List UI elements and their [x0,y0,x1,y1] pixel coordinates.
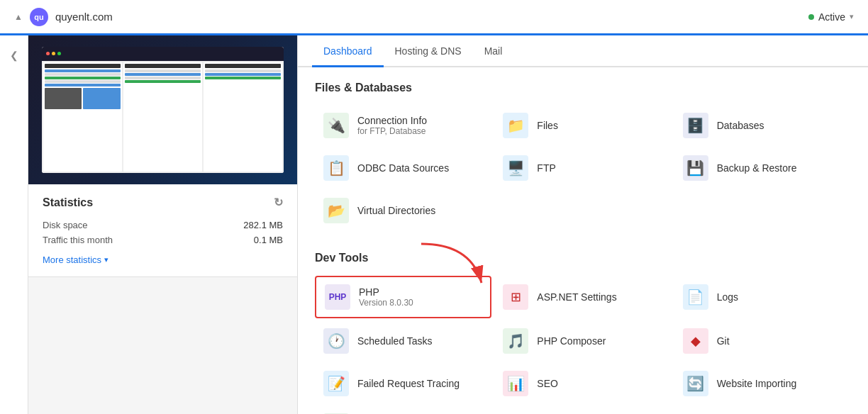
php-composer-text: PHP Composer [537,335,606,347]
website-importing-icon: 🔄 [683,371,708,396]
preview-item-1 [45,69,121,72]
preview-dot-green [57,52,61,55]
connection-info-sub: for FTP, Database [357,126,427,136]
preview-dot-red [46,52,50,55]
disk-space-row: Disk space 282.1 MB [43,218,283,233]
main-container: ❮ [0,35,868,414]
preview-img-1 [45,88,82,109]
files-icon: 📁 [503,113,528,138]
aspnet-icon: ⊞ [503,284,528,310]
preview-item-8 [125,77,201,79]
php-label: PHP [359,286,413,298]
website-importing-item[interactable]: 🔄 Website Importing [674,364,851,403]
php-composer-item[interactable]: 🎵 PHP Composer [494,321,671,361]
virtual-dirs-icon: 📂 [323,198,349,223]
ftp-text: FTP [537,162,555,174]
backup-icon: 💾 [683,155,708,181]
top-bar-left: ▲ qu quyenlt.com [14,8,113,26]
odbc-item[interactable]: 📋 ODBC Data Sources [315,148,491,188]
scheduled-tasks-item[interactable]: 🕐 Scheduled Tasks [315,321,491,361]
files-databases-title: Files & Databases [315,82,851,94]
virtual-dirs-item[interactable]: 📂 Virtual Directories [315,191,491,230]
preview-item-10 [205,69,281,72]
php-sub: Version 8.0.30 [359,298,413,308]
scheduled-tasks-icon: 🕐 [323,328,349,354]
connection-info-item[interactable]: 🔌 Connection Info for FTP, Database [315,106,491,145]
preview-bottom-row-1 [45,88,121,109]
status-chevron-icon[interactable]: ▾ [850,12,854,21]
dev-tools-section: Dev Tools PHP PHP [298,237,868,414]
preview-col-header-2 [125,64,201,68]
php-text: PHP Version 8.0.30 [359,286,413,308]
preview-img-2 [83,88,121,109]
tab-dashboard[interactable]: Dashboard [312,35,384,67]
tab-mail[interactable]: Mail [473,35,514,67]
connection-info-text: Connection Info for FTP, Database [357,115,427,136]
dev-tools-grid: PHP PHP Version 8.0.30 ⊞ ASP.NET Setting… [315,276,851,414]
aspnet-item[interactable]: ⊞ ASP.NET Settings [494,276,671,318]
logs-item[interactable]: 📄 Logs [674,276,851,318]
php-composer-label: PHP Composer [537,335,606,347]
scheduled-tasks-label: Scheduled Tasks [357,335,433,347]
ftp-icon: 🖥️ [503,155,528,181]
connection-info-label: Connection Info [357,115,427,126]
preview-item-4 [45,80,121,83]
more-statistics-link[interactable]: More statistics ▾ [43,254,283,265]
aspnet-label: ASP.NET Settings [537,291,616,303]
tab-hosting-dns[interactable]: Hosting & DNS [384,35,473,67]
sidebar-collapse-icon[interactable]: ❮ [3,43,26,68]
stats-box: Statistics ↻ Disk space 282.1 MB Traffic… [28,184,297,277]
preview-item-5 [45,84,121,86]
php-icon: PHP [325,284,350,310]
top-bar: ▲ qu quyenlt.com Active ▾ [0,0,868,35]
site-name: quyenlt.com [55,11,113,23]
preview-dot-yellow [52,52,55,55]
aspnet-text: ASP.NET Settings [537,291,616,303]
databases-item[interactable]: 🗄️ Databases [674,106,851,145]
more-statistics-chevron-icon: ▾ [104,255,108,264]
backup-text: Backup & Restore [717,162,797,174]
seo-text: SEO [537,378,558,389]
disk-space-label: Disk space [43,220,88,230]
content-panel: Dashboard Hosting & DNS Mail Files & Dat… [298,35,868,414]
backup-item[interactable]: 💾 Backup & Restore [674,148,851,188]
odbc-label: ODBC Data Sources [357,162,449,174]
virtual-dirs-text: Virtual Directories [357,205,435,216]
preview-col-header-3 [205,64,281,68]
git-label: Git [717,335,730,347]
collapse-chevron-icon[interactable]: ▲ [14,12,23,22]
preview-item-6 [125,69,201,72]
create-site-item[interactable]: 🔌 Create Site [315,406,491,414]
git-text: Git [717,335,730,347]
ftp-label: FTP [537,162,555,174]
stats-title: Statistics ↻ [43,196,283,209]
odbc-icon: 📋 [323,155,349,181]
preview-item-11 [205,73,281,76]
files-item[interactable]: 📁 Files [494,106,671,145]
failed-request-tracing-icon: 📝 [323,371,349,396]
sidebar: ❮ [0,35,28,414]
statistics-heading: Statistics [43,196,93,209]
refresh-icon[interactable]: ↻ [274,196,283,209]
failed-request-tracing-item[interactable]: 📝 Failed Request Tracing [315,364,491,403]
failed-request-tracing-text: Failed Request Tracing [357,378,460,389]
traffic-row: Traffic this month 0.1 MB [43,233,283,247]
dev-tools-grid-container: PHP PHP Version 8.0.30 ⊞ ASP.NET Setting… [315,276,851,414]
files-databases-section: Files & Databases 🔌 Connection Info for … [298,67,868,237]
site-avatar: qu [30,8,48,26]
seo-item[interactable]: 📊 SEO [494,364,671,403]
logs-text: Logs [717,291,738,303]
ftp-item[interactable]: 🖥️ FTP [494,148,671,188]
git-item[interactable]: ◆ Git [674,321,851,361]
php-item[interactable]: PHP PHP Version 8.0.30 [315,276,491,318]
databases-label: Databases [717,120,764,131]
traffic-value: 0.1 MB [254,235,283,245]
website-importing-label: Website Importing [717,378,797,389]
virtual-dirs-label: Virtual Directories [357,205,435,216]
logs-icon: 📄 [683,284,708,310]
databases-text: Databases [717,120,764,131]
preview-col-header-1 [45,64,121,68]
logs-label: Logs [717,291,738,303]
seo-label: SEO [537,378,558,389]
preview-item-9 [125,80,201,83]
